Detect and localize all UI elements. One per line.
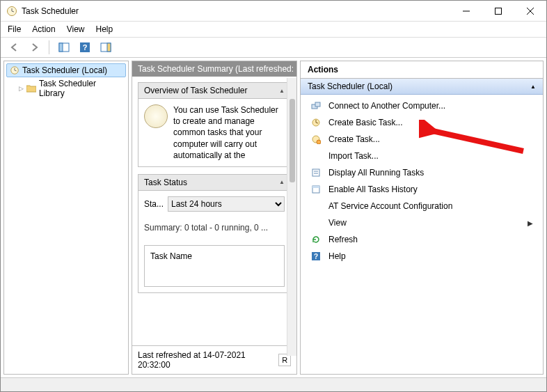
clock-icon [144, 104, 168, 128]
action-label: AT Service Account Configuration [328, 201, 452, 211]
task-status-title: Task Status [144, 178, 187, 187]
action-refresh[interactable]: Refresh [301, 231, 543, 248]
menu-bar: File Action View Help [1, 22, 546, 38]
collapse-icon[interactable]: ▲ [279, 179, 285, 185]
expand-icon[interactable]: ▷ [19, 85, 24, 92]
status-summary: Summary: 0 total - 0 running, 0 ... [144, 223, 285, 233]
title-bar: Task Scheduler [1, 1, 546, 22]
window-title: Task Scheduler [22, 6, 450, 16]
action-display-running[interactable]: Display All Running Tasks [301, 164, 543, 181]
blank-icon [310, 217, 322, 228]
tree-library-label: Task Scheduler Library [39, 79, 123, 98]
actions-title: Actions [301, 61, 543, 79]
status-period-select[interactable]: Last 24 hours [168, 196, 285, 212]
menu-file[interactable]: File [8, 24, 21, 34]
actions-pane: Actions Task Scheduler (Local) ▲ Connect… [300, 61, 544, 375]
menu-view[interactable]: View [67, 24, 85, 34]
refresh-icon [310, 234, 322, 245]
action-enable-history[interactable]: Enable All Tasks History [301, 181, 543, 198]
task-name-box[interactable]: Task Name [144, 245, 285, 287]
history-icon [310, 184, 322, 195]
svg-text:?: ? [83, 43, 88, 52]
action-label: Display All Running Tasks [328, 168, 424, 178]
help-button[interactable]: ? [77, 40, 93, 55]
svg-rect-17 [315, 102, 320, 107]
toolbar: ? [1, 38, 546, 58]
action-label: View [328, 218, 347, 228]
action-label: Import Task... [328, 151, 379, 161]
action-connect[interactable]: Connect to Another Computer... [301, 97, 543, 114]
help-icon: ? [310, 251, 322, 262]
last-refreshed: Last refreshed at 14-07-2021 20:32:00 [138, 350, 278, 370]
back-button[interactable] [6, 40, 23, 55]
action-create-basic-task[interactable]: Create Basic Task... [301, 114, 543, 131]
collapse-icon[interactable]: ▲ [279, 88, 285, 94]
svg-rect-25 [312, 186, 319, 188]
clock-icon [10, 65, 19, 75]
show-hide-action-pane-button[interactable] [97, 40, 114, 55]
action-at-config[interactable]: AT Service Account Configuration [301, 198, 543, 214]
svg-text:?: ? [314, 253, 318, 260]
overview-text: You can use Task Scheduler to create and… [173, 104, 285, 161]
forward-button[interactable] [26, 40, 42, 55]
action-label: Create Basic Task... [328, 118, 403, 127]
svg-point-20 [317, 140, 321, 144]
action-label: Refresh [328, 235, 358, 244]
minimize-button[interactable] [450, 1, 482, 21]
basic-task-icon [310, 117, 322, 128]
blank-icon [310, 201, 322, 212]
svg-rect-4 [496, 8, 502, 14]
actions-scope-label: Task Scheduler (Local) [308, 81, 393, 91]
clock-icon [6, 6, 17, 17]
action-label: Enable All Tasks History [328, 185, 418, 194]
summary-scrollbar[interactable] [287, 78, 296, 356]
close-button[interactable] [514, 1, 546, 21]
status-label: Sta... [144, 199, 164, 209]
menu-action[interactable]: Action [32, 24, 55, 34]
summary-pane: Task Scheduler Summary (Last refreshed: … [132, 61, 297, 375]
collapse-icon[interactable]: ▲ [530, 84, 536, 90]
tree-root[interactable]: Task Scheduler (Local) [6, 63, 126, 77]
action-label: Connect to Another Computer... [328, 101, 445, 111]
tree-item-library[interactable]: ▷ Task Scheduler Library [16, 77, 126, 100]
task-status-section: Task Status ▲ Sta... Last 24 hours Summa… [138, 174, 291, 293]
action-create-task[interactable]: Create Task... [301, 131, 543, 148]
console-tree[interactable]: Task Scheduler (Local) ▷ Task Scheduler … [3, 61, 129, 375]
summary-header: Task Scheduler Summary (Last refreshed: … [132, 61, 296, 77]
folder-icon [26, 84, 36, 93]
window-controls [450, 1, 546, 21]
overview-title: Overview of Task Scheduler [144, 86, 248, 95]
running-tasks-icon [310, 167, 322, 178]
import-icon [310, 150, 322, 162]
maximize-button[interactable] [482, 1, 514, 21]
connect-icon [310, 100, 322, 111]
actions-scope-header[interactable]: Task Scheduler (Local) ▲ [301, 79, 543, 95]
action-help[interactable]: ? Help [301, 248, 543, 265]
tree-root-label: Task Scheduler (Local) [22, 65, 107, 75]
action-label: Create Task... [328, 134, 380, 144]
svg-rect-12 [107, 43, 111, 52]
svg-rect-8 [59, 43, 63, 52]
overview-section: Overview of Task Scheduler ▲ You can use… [138, 82, 291, 167]
task-name-header: Task Name [150, 251, 192, 261]
action-label: Help [328, 251, 346, 261]
actions-list: Connect to Another Computer... Create Ba… [301, 95, 543, 267]
action-import-task[interactable]: Import Task... [301, 148, 543, 164]
svg-rect-21 [312, 169, 319, 176]
menu-help[interactable]: Help [96, 24, 113, 34]
submenu-arrow-icon: ▶ [528, 219, 533, 227]
create-task-icon [310, 134, 322, 145]
action-view[interactable]: View ▶ [301, 214, 543, 231]
show-hide-tree-button[interactable] [56, 40, 72, 55]
status-bar [1, 377, 546, 391]
